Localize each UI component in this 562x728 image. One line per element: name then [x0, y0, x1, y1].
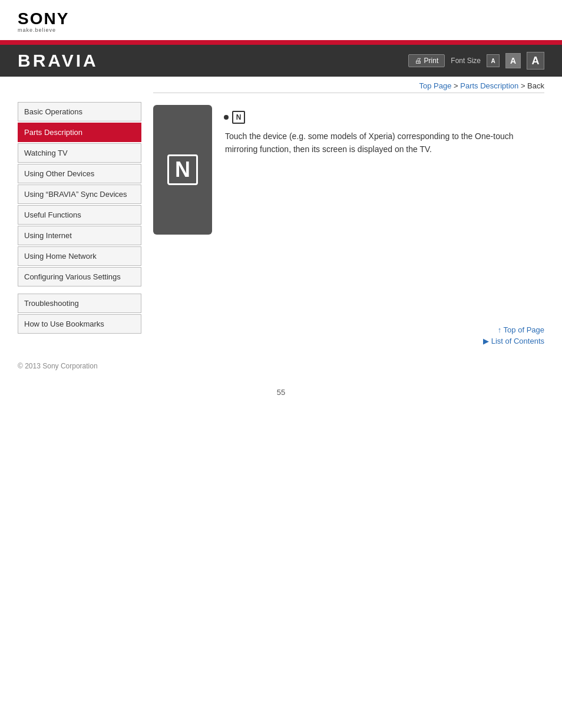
- red-bar: [0, 40, 562, 45]
- font-size-medium-button[interactable]: A: [505, 53, 521, 68]
- copyright-text: © 2013 Sony Corporation: [18, 362, 98, 370]
- page-number: 55: [0, 376, 562, 409]
- sidebar-item-using-internet[interactable]: Using Internet: [18, 226, 141, 245]
- font-size-large-button[interactable]: A: [527, 52, 544, 70]
- sony-tagline: make.believe: [18, 27, 56, 33]
- logo-area: SONY make.believe: [0, 0, 562, 40]
- content-text: N Touch the device (e.g. some models of …: [224, 105, 544, 235]
- breadcrumb-sep1: >: [454, 81, 460, 90]
- header-bar: BRAVIA 🖨 Print Font Size A A A: [0, 45, 562, 77]
- bullet-icon: [224, 115, 229, 120]
- main-layout: Basic Operations Parts Description Watch…: [0, 93, 562, 350]
- page-footer: © 2013 Sony Corporation: [0, 356, 562, 376]
- content-body: N N Touch the device (e.g. some models o…: [153, 105, 544, 235]
- sidebar-section-basic-operations[interactable]: Basic Operations: [18, 102, 141, 121]
- sidebar-item-watching-tv[interactable]: Watching TV: [18, 143, 141, 163]
- sony-logo: SONY make.believe: [18, 11, 544, 33]
- sidebar-item-bravia-sync[interactable]: Using “BRAVIA” Sync Devices: [18, 185, 141, 204]
- print-label: Print: [424, 57, 439, 65]
- breadcrumb-parts-description[interactable]: Parts Description: [460, 81, 518, 90]
- print-button[interactable]: 🖨 Print: [408, 54, 445, 67]
- content-wrapper: N N Touch the device (e.g. some models o…: [141, 93, 562, 350]
- bottom-links: ↑ Top of Page ▶ List of Contents: [141, 319, 562, 350]
- sidebar: Basic Operations Parts Description Watch…: [0, 93, 141, 350]
- font-size-label: Font Size: [451, 57, 481, 65]
- sidebar-item-troubleshooting[interactable]: Troubleshooting: [18, 294, 141, 313]
- sidebar-item-using-home-network[interactable]: Using Home Network: [18, 246, 141, 266]
- sony-text: SONY: [18, 11, 69, 27]
- sidebar-item-how-to-use-bookmarks[interactable]: How to Use Bookmarks: [18, 314, 141, 334]
- print-icon: 🖨: [415, 57, 422, 65]
- nfc-inline-icon: N: [232, 111, 245, 124]
- top-of-page-link[interactable]: ↑ Top of Page: [498, 325, 544, 334]
- nfc-header: N: [224, 111, 544, 124]
- sidebar-item-parts-description[interactable]: Parts Description: [18, 123, 141, 142]
- bravia-title: BRAVIA: [18, 51, 98, 71]
- header-controls: 🖨 Print Font Size A A A: [408, 52, 544, 70]
- sidebar-item-using-other-devices[interactable]: Using Other Devices: [18, 164, 141, 183]
- content-divider: [153, 93, 544, 93]
- font-size-small-button[interactable]: A: [487, 54, 500, 67]
- breadcrumb-sep2: >: [521, 81, 527, 90]
- content-area: N N Touch the device (e.g. some models o…: [141, 93, 562, 319]
- sidebar-item-configuring-settings[interactable]: Configuring Various Settings: [18, 267, 141, 286]
- device-image: N: [153, 105, 212, 235]
- content-description: Touch the device (e.g. some models of Xp…: [225, 130, 544, 156]
- breadcrumb: Top Page > Parts Description > Back: [0, 77, 562, 93]
- breadcrumb-top-page[interactable]: Top Page: [419, 81, 451, 90]
- sidebar-item-useful-functions[interactable]: Useful Functions: [18, 205, 141, 225]
- breadcrumb-back: Back: [527, 81, 544, 90]
- sidebar-group-main: Basic Operations Parts Description Watch…: [18, 102, 141, 286]
- list-of-contents-link[interactable]: ▶ List of Contents: [483, 337, 544, 345]
- nfc-symbol-image: N: [167, 154, 198, 185]
- sidebar-group-secondary: Troubleshooting How to Use Bookmarks: [18, 294, 141, 334]
